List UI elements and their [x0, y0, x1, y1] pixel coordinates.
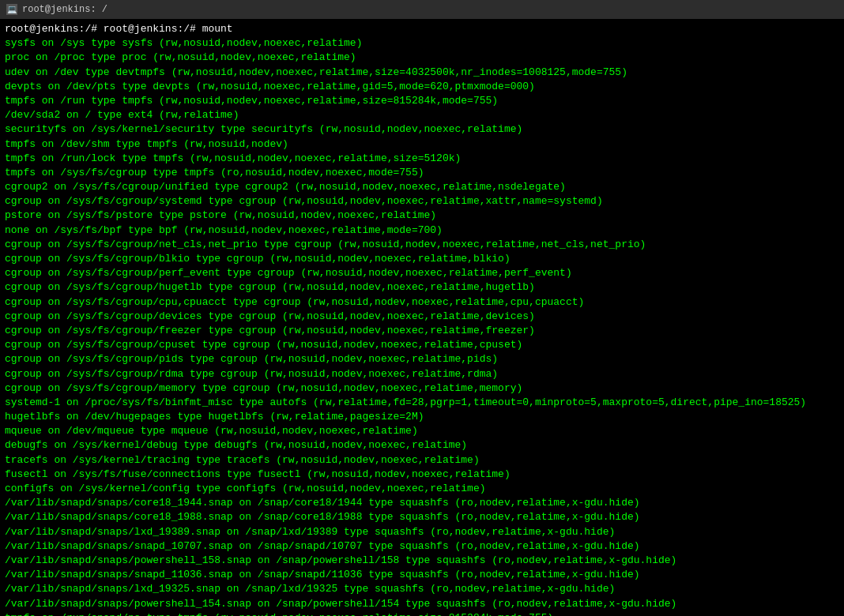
terminal-line: cgroup on /sys/fs/cgroup/cpuset type cgr… — [5, 338, 839, 352]
terminal-line: /var/lib/snapd/snaps/snapd_10707.snap on… — [5, 539, 839, 554]
terminal-line: /var/lib/snapd/snaps/core18_1988.snap on… — [5, 510, 839, 524]
terminal-line: devpts on /dev/pts type devpts (rw,nosui… — [5, 80, 839, 94]
terminal-line: root@jenkins:/# root@jenkins:/# mount — [5, 22, 839, 36]
terminal-line: /var/lib/snapd/snaps/lxd_19325.snap on /… — [5, 582, 839, 596]
terminal-line: debugfs on /sys/kernel/debug type debugf… — [5, 438, 839, 453]
terminal-icon: 💻 — [6, 4, 17, 15]
terminal-line: /dev/sda2 on / type ext4 (rw,relatime) — [5, 108, 839, 122]
terminal-line: hugetlbfs on /dev/hugepages type hugetlb… — [5, 410, 839, 424]
terminal-line: tmpfs on /run type tmpfs (rw,nosuid,node… — [5, 94, 839, 108]
terminal-line: systemd-1 on /proc/sys/fs/binfmt_misc ty… — [5, 396, 839, 410]
terminal-line: cgroup on /sys/fs/cgroup/net_cls,net_pri… — [5, 238, 839, 252]
terminal-line: cgroup on /sys/fs/cgroup/pids type cgrou… — [5, 352, 839, 366]
terminal-line: cgroup on /sys/fs/cgroup/blkio type cgro… — [5, 252, 839, 266]
terminal-line: none on /sys/fs/bpf type bpf (rw,nosuid,… — [5, 223, 839, 238]
terminal-line: tmpfs on /dev/shm type tmpfs (rw,nosuid,… — [5, 137, 839, 152]
terminal-line: configfs on /sys/kernel/config type conf… — [5, 482, 839, 496]
terminal-line: pstore on /sys/fs/pstore type pstore (rw… — [5, 208, 839, 223]
terminal-line: fusectl on /sys/fs/fuse/connections type… — [5, 468, 839, 482]
terminal-content[interactable]: root@jenkins:/# root@jenkins:/# mountsys… — [0, 19, 844, 616]
title-bar: 💻 root@jenkins: / — [0, 0, 844, 19]
terminal-line: /var/lib/snapd/snaps/snapd_11036.snap on… — [5, 568, 839, 582]
terminal-line: tracefs on /sys/kernel/tracing type trac… — [5, 453, 839, 468]
terminal-line: /var/lib/snapd/snaps/lxd_19389.snap on /… — [5, 525, 839, 539]
terminal-line: tmpfs on /run/snapd/ns type tmpfs (rw,no… — [5, 611, 839, 616]
terminal-line: /var/lib/snapd/snaps/powershell_154.snap… — [5, 597, 839, 611]
terminal-line: tmpfs on /sys/fs/cgroup type tmpfs (ro,n… — [5, 166, 839, 180]
terminal-line: cgroup on /sys/fs/cgroup/rdma type cgrou… — [5, 367, 839, 381]
terminal-line: cgroup on /sys/fs/cgroup/devices type cg… — [5, 310, 839, 324]
terminal-window: 💻 root@jenkins: / root@jenkins:/# root@j… — [0, 0, 844, 616]
title-bar-text: root@jenkins: / — [22, 4, 107, 15]
terminal-line: cgroup on /sys/fs/cgroup/memory type cgr… — [5, 381, 839, 396]
terminal-line: udev on /dev type devtmpfs (rw,nosuid,no… — [5, 66, 839, 80]
terminal-line: tmpfs on /run/lock type tmpfs (rw,nosuid… — [5, 152, 839, 166]
terminal-line: cgroup on /sys/fs/cgroup/systemd type cg… — [5, 194, 839, 208]
terminal-line: cgroup on /sys/fs/cgroup/perf_event type… — [5, 266, 839, 280]
terminal-line: cgroup2 on /sys/fs/cgroup/unified type c… — [5, 180, 839, 194]
terminal-line: proc on /proc type proc (rw,nosuid,nodev… — [5, 51, 839, 65]
terminal-line: mqueue on /dev/mqueue type mqueue (rw,no… — [5, 424, 839, 438]
terminal-line: sysfs on /sys type sysfs (rw,nosuid,node… — [5, 36, 839, 51]
terminal-line: /var/lib/snapd/snaps/powershell_158.snap… — [5, 554, 839, 568]
terminal-line: cgroup on /sys/fs/cgroup/freezer type cg… — [5, 324, 839, 338]
terminal-line: cgroup on /sys/fs/cgroup/cpu,cpuacct typ… — [5, 295, 839, 310]
terminal-line: /var/lib/snapd/snaps/core18_1944.snap on… — [5, 496, 839, 510]
terminal-line: cgroup on /sys/fs/cgroup/hugetlb type cg… — [5, 280, 839, 295]
terminal-line: securityfs on /sys/kernel/security type … — [5, 122, 839, 137]
